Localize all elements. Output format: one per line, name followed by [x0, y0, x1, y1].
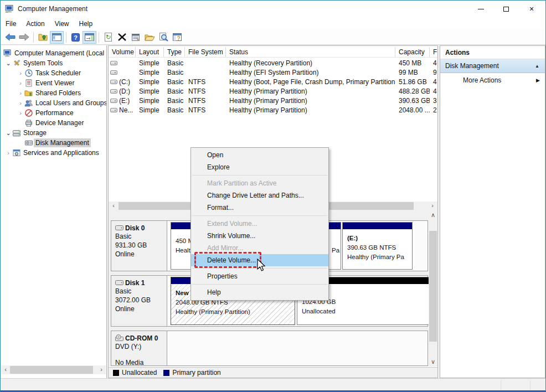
menu-item-shrink-volume[interactable]: Shrink Volume...: [191, 230, 328, 242]
delete-volume-highlight-annotation: [194, 252, 261, 268]
column-header-file-system[interactable]: File System: [185, 47, 226, 57]
find-button[interactable]: [157, 31, 171, 44]
actions-group-disk-management[interactable]: Disk Management ▲: [440, 59, 545, 73]
cdrom-label[interactable]: CD-ROM 0 DVD (Y:) No Media: [111, 331, 167, 365]
disk-drive-icon: [115, 280, 123, 286]
properties-button[interactable]: [129, 31, 143, 44]
show-console-tree-button[interactable]: [50, 31, 64, 44]
toolbar: ? ↻ ?: [1, 30, 545, 45]
console-tree: Computer Management (Local ⌄ System Tool…: [1, 45, 107, 378]
up-one-level-button[interactable]: [36, 31, 50, 44]
tree-item-device-manager[interactable]: Device Manager: [1, 118, 106, 128]
close-button[interactable]: ×: [519, 1, 544, 17]
menu-item-open[interactable]: Open: [191, 149, 328, 161]
toolbar-separator: [33, 32, 34, 43]
chevron-down-icon[interactable]: ⌄: [4, 60, 12, 67]
disk0-label[interactable]: Disk 0 Basic 931.30 GB Online: [111, 221, 167, 271]
scroll-right-icon[interactable]: ›: [97, 365, 106, 374]
scroll-up-icon[interactable]: ∧: [429, 211, 437, 220]
app-icon: [5, 4, 14, 13]
device-manager-icon: [24, 118, 34, 127]
maximize-button[interactable]: [493, 1, 519, 17]
scrollbar-thumb[interactable]: [429, 231, 437, 342]
performance-icon: [24, 109, 34, 117]
more-actions-item[interactable]: More Actions ▶: [440, 73, 545, 87]
show-action-pane-button[interactable]: [83, 31, 96, 44]
menu-item-help[interactable]: Help: [191, 286, 328, 298]
find-icon: [159, 33, 168, 42]
forward-button[interactable]: [17, 31, 31, 44]
help-topics-button[interactable]: ?: [171, 31, 184, 44]
menu-file[interactable]: File: [1, 18, 21, 29]
column-header-free[interactable]: F: [430, 47, 437, 57]
disk1-label[interactable]: Disk 1 Basic 3072.00 GB Online: [111, 276, 167, 326]
menubar: File Action View Help: [1, 17, 545, 30]
tree-item-services-and-applications[interactable]: › Services and Applications: [1, 148, 106, 158]
volume-table-header: Volume Layout Type File System Status Ca…: [109, 47, 437, 58]
actions-pane: Actions Disk Management ▲ More Actions ▶: [440, 45, 545, 378]
scroll-left-icon[interactable]: ‹: [1, 365, 10, 374]
volume-row[interactable]: (C:) Simple Basic NTFS Healthy (Boot, Pa…: [109, 77, 437, 86]
disk-icon: [24, 138, 34, 147]
forward-icon: [19, 33, 29, 41]
maximize-icon: [503, 7, 509, 12]
column-header-volume[interactable]: Volume: [109, 47, 136, 57]
tree-item-disk-management[interactable]: Disk Management: [1, 138, 106, 148]
menu-action[interactable]: Action: [21, 18, 49, 29]
column-header-layout[interactable]: Layout: [136, 47, 164, 57]
event-viewer-icon: [24, 79, 34, 87]
menu-item-format[interactable]: Format...: [191, 202, 328, 214]
back-button[interactable]: [3, 31, 17, 44]
menu-item-change-drive-letter[interactable]: Change Drive Letter and Paths...: [191, 189, 328, 202]
tree-item-storage[interactable]: ⌄ Storage: [1, 128, 106, 138]
chevron-right-icon[interactable]: ›: [17, 110, 24, 116]
collapse-group-icon[interactable]: ▲: [535, 64, 539, 69]
window-controls: ×: [468, 1, 544, 17]
menu-item-explore[interactable]: Explore: [191, 161, 328, 173]
minimize-icon: [478, 9, 484, 9]
volume-row[interactable]: Ne... Simple Basic NTFS Healthy (Primary…: [109, 105, 437, 115]
chevron-right-icon[interactable]: ›: [17, 90, 24, 96]
partition-type-bar: [343, 223, 412, 229]
tree-horizontal-scrollbar[interactable]: ‹ ›: [1, 365, 106, 374]
scroll-right-icon[interactable]: ›: [428, 202, 437, 210]
refresh-button[interactable]: ↻: [101, 31, 115, 44]
column-header-capacity[interactable]: Capacity: [395, 47, 430, 57]
delete-button[interactable]: [115, 31, 129, 44]
properties-icon: [131, 33, 141, 42]
open-folder-button[interactable]: [143, 31, 157, 44]
menu-help[interactable]: Help: [74, 18, 98, 29]
column-header-status[interactable]: Status: [226, 47, 395, 57]
help-button[interactable]: ?: [69, 31, 83, 44]
tree-item-local-users-and-groups[interactable]: › Local Users and Groups: [1, 98, 106, 108]
chevron-right-icon[interactable]: ›: [17, 70, 24, 76]
column-header-type[interactable]: Type: [164, 47, 185, 57]
volume-row[interactable]: Simple Basic Healthy (Recovery Partition…: [109, 58, 437, 68]
open-folder-icon: [145, 33, 155, 41]
minimize-button[interactable]: [468, 1, 493, 17]
tree-item-computer-management[interactable]: Computer Management (Local: [1, 48, 106, 58]
scroll-down-icon[interactable]: ∨: [429, 358, 437, 367]
volume-row[interactable]: (D:) Simple Basic NTFS Healthy (Primary …: [109, 86, 437, 96]
scroll-left-icon[interactable]: ‹: [109, 202, 118, 210]
volume-row[interactable]: (E:) Simple Basic NTFS Healthy (Primary …: [109, 96, 437, 105]
chevron-right-icon[interactable]: ›: [17, 100, 24, 106]
partition-e[interactable]: (E:) 390.63 GB NTFS Healthy (Primary Pa: [342, 222, 413, 270]
disk-view-vertical-scrollbar[interactable]: ∧ ∨: [429, 211, 437, 367]
chevron-right-icon[interactable]: ›: [17, 80, 24, 86]
volume-row[interactable]: Simple Basic Healthy (EFI System Partiti…: [109, 68, 437, 77]
chevron-right-icon[interactable]: ›: [4, 149, 12, 156]
tree-item-performance[interactable]: › Performance: [1, 108, 106, 118]
menu-view[interactable]: View: [50, 18, 74, 29]
tree-item-task-scheduler[interactable]: › Task Scheduler: [1, 68, 106, 78]
tree-item-system-tools[interactable]: ⌄ System Tools: [1, 58, 106, 68]
menu-item-extend-volume: Extend Volume...: [191, 218, 328, 230]
scrollbar-thumb[interactable]: [10, 366, 93, 374]
tree-item-event-viewer[interactable]: › Event Viewer: [1, 78, 106, 88]
cdrom-row: CD-ROM 0 DVD (Y:) No Media: [111, 331, 428, 366]
tree-item-shared-folders[interactable]: › Shared Folders: [1, 88, 106, 98]
refresh-icon: ↻: [104, 33, 112, 42]
cd-rom-icon: [115, 334, 123, 342]
chevron-down-icon[interactable]: ⌄: [4, 130, 12, 137]
shared-folders-icon: [24, 89, 34, 97]
